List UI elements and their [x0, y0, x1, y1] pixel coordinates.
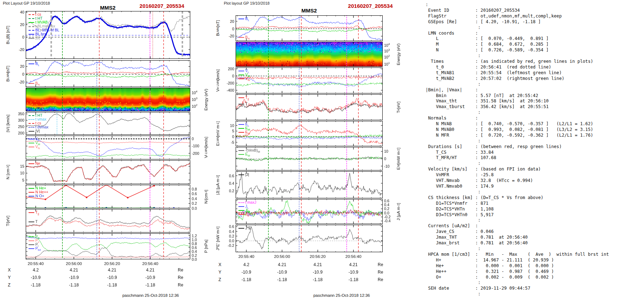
ytick-label: 20 [9, 22, 24, 27]
info-line: N MFR : [ 0.720, -0.592, -0.362 ] (L2/L1… [426, 133, 609, 138]
legend-swatch [238, 75, 244, 75]
xtick-label: 20:56:00 [58, 261, 90, 266]
ylabel-jmag: |J| [µA m-2] [215, 171, 221, 198]
ve-plot [236, 67, 383, 93]
panel-vlmn: 0-100-200Vi LMN [km/s]VLVMVN [26, 136, 190, 159]
table-cell: 4.21 [302, 262, 334, 267]
info-line: : [426, 218, 609, 223]
legend-label: VN [245, 76, 250, 81]
ytick-label: 0.4 [384, 203, 397, 207]
info-line: O+ : 0.002 - 0.009 ( 0.002 ) [426, 275, 609, 280]
info-line: HPCA mom [1/cm3] : Min - Max ( Ave ) wit… [426, 252, 609, 258]
legend-swatch [29, 127, 34, 128]
panel-vi: 200250300350|Vi| [km/s]t HTt vmaxt cst d… [26, 112, 190, 135]
legend-label: N O+ [35, 194, 44, 198]
table-cell: -10.9 [302, 270, 334, 275]
ytick-label: -5 [219, 140, 234, 144]
ylabel-bl-b: BL,|B| [nT] [5, 11, 11, 59]
info-line: L : [ 0.070, -0.449, 0.891 ] [426, 36, 609, 42]
panel-ve: 2000-200-400Ve LMN [km/s]VLVMVN [236, 67, 383, 93]
ytick-label: 104 [192, 90, 204, 95]
info-line: Times : (as indicated by red, green line… [426, 59, 609, 65]
legend-swatch [29, 26, 34, 27]
info-line: : [426, 138, 609, 144]
info-line: T_CS : 33.84 [426, 150, 609, 156]
xtick-label: 20:56:20 [302, 254, 334, 259]
legend-item: Ne [29, 162, 40, 166]
vi-plot [26, 112, 190, 135]
ytick-label: 0.2 [192, 253, 205, 258]
ylabel-right-ion-spectro: Energy (eV) [203, 88, 209, 111]
jlmn-plot [236, 199, 383, 224]
density-plot [26, 160, 190, 184]
info-line: N MVAB : [ 0.740, -0.570, -0.357 ] (L2/L… [426, 121, 609, 127]
info-line: Vmax_tht : 351.58 [km/s] at 20:56:10 [426, 98, 609, 104]
legend-swatch [238, 202, 244, 203]
ytick-label: 0.4 [219, 181, 234, 185]
info-line: Vmax_tburst : 356.42 [km/s] at 20:55:51 [426, 104, 609, 110]
table-unit: Re [378, 262, 383, 267]
panel-blmn: -20020BLMN [nT]BLBN [26, 60, 190, 87]
info-line: Normals : [426, 116, 609, 121]
table-cell: -10.9 [337, 270, 369, 275]
page-root: Plot Layout GP 19/10/2018 MMS2 20160207_… [0, 0, 644, 300]
table-cell: 4.2 [20, 268, 52, 273]
ytick-label: 0.6 [219, 224, 234, 229]
panel-m-blmn: -20020BLMN [nT]BLBN [236, 15, 383, 41]
info-line: D3=TCS*VHTn0 : 5,917 [426, 212, 609, 218]
legend-swatch [238, 210, 244, 211]
legend-swatch [29, 147, 34, 147]
elmn-plot [236, 121, 383, 146]
ytick-label: -0.4 [384, 219, 397, 223]
legend-label: |B| [35, 36, 40, 40]
ylabel-vi: |Vi| [km/s] [5, 112, 11, 135]
bl-b-plot [26, 11, 190, 59]
panel-bl-b: -2002040BL,|B| [nT]t cst HTt MVABt BLmin… [26, 11, 190, 59]
legend-item: |J| [238, 173, 249, 177]
legend-swatch [238, 206, 244, 207]
legend-swatch [29, 139, 34, 139]
legend-label: BL [35, 61, 39, 66]
pressure-plot [26, 233, 190, 259]
info-line: Durations [s] : (between red, resp green… [426, 144, 609, 150]
vlmn-plot [26, 136, 190, 159]
legend-swatch [238, 150, 244, 151]
middle-plot-title: MMS2 [301, 7, 317, 14]
ytick-label: -20 [9, 47, 24, 52]
legend-item: T|| [29, 210, 39, 216]
info-line: |Bmin|, |Vmax| : [426, 87, 609, 93]
panel-jdote: -0.20.00.20.40.6J*E' [nW m-3]J*E' [236, 225, 383, 252]
table-row-label: Z [218, 277, 221, 282]
legend-label: JN [245, 212, 249, 216]
ylabel-ti: Ti [eV] [5, 209, 11, 233]
info-line: Jmax_THT : 0.781 at 20:56:40 [426, 235, 609, 240]
middle-plot-layout-label: Plot layout GP 19/10/2018 [224, 1, 270, 5]
legend-item: JN [238, 212, 249, 218]
ylabel-blmn: BLMN [nT] [5, 60, 11, 87]
table-cell: 4.2 [230, 262, 262, 267]
legend-item: BN [29, 81, 40, 87]
legend-swatch [29, 131, 34, 132]
legend-label: BN [245, 35, 250, 39]
ylabel-elmn: ELMN [mV m-1] [215, 121, 221, 146]
ylabel-jdote: J*E' [nW m-3] [215, 225, 221, 252]
table-cell: -10.9 [134, 275, 166, 280]
ytick-label: 0.6 [192, 192, 205, 196]
info-line: N MVAB0 : [ 0.993, 0.082, -0.081 ] (L3/L… [426, 127, 609, 133]
blmn-plot [26, 60, 190, 87]
table-unit: Re [178, 275, 183, 280]
table-unit: Re [178, 283, 183, 288]
legend-swatch [238, 124, 244, 125]
legend-swatch [29, 123, 34, 124]
left-plot-title: MMS2 [100, 5, 115, 11]
ylabel-right-vexb: EM [mW m-2] [396, 147, 401, 171]
legend-label: EM [245, 152, 250, 156]
legend-label: T [35, 219, 37, 224]
ytick-label: 102 [192, 103, 204, 108]
panel-elmn: -50510ELMN [mV m-1]ELEMEN [236, 121, 383, 146]
legend-swatch [238, 228, 244, 229]
info-line: : [426, 25, 609, 31]
ytick-label: 0 [192, 137, 205, 141]
ytick-label: 10 [9, 171, 24, 175]
panel-vexb: 100-10EM [mW m-2]-(VexB)MEM [236, 147, 383, 171]
